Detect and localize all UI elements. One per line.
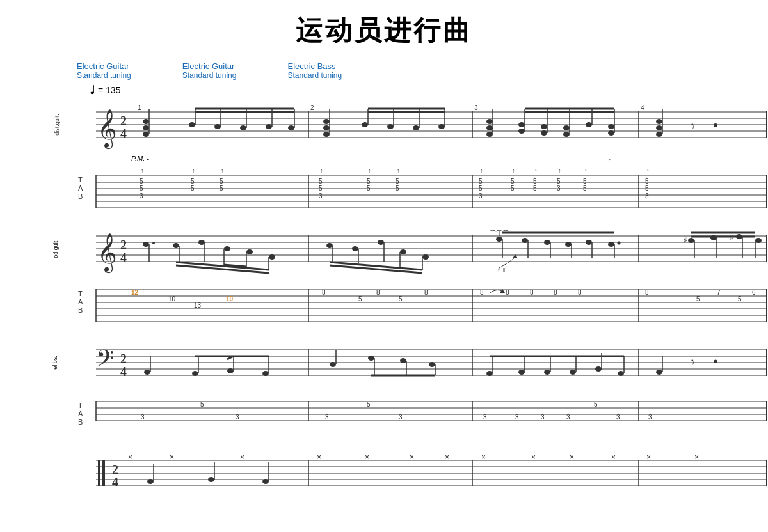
svg-point-260: [486, 371, 493, 376]
svg-point-241: [144, 370, 150, 375]
svg-text:5: 5: [645, 185, 649, 192]
svg-text:B: B: [78, 418, 83, 426]
svg-text:×: ×: [694, 453, 699, 462]
svg-text:5: 5: [399, 295, 403, 302]
svg-text:𝄢: 𝄢: [96, 346, 114, 377]
svg-text:↑: ↑: [558, 168, 561, 174]
svg-text:3: 3: [648, 414, 652, 421]
svg-text:B: B: [78, 306, 83, 314]
drum-section: 2 4 × × × × × ×: [38, 451, 730, 489]
pm-marking: P.M. -: [131, 155, 149, 162]
svg-point-160: [400, 249, 406, 254]
svg-point-257: [429, 362, 435, 367]
svg-text:5: 5: [479, 185, 483, 192]
instrument-2: Electric Guitar Standard tuning: [182, 61, 237, 80]
svg-text:5: 5: [645, 178, 649, 185]
svg-point-16: [143, 132, 149, 137]
svg-point-40: [413, 125, 419, 130]
svg-text:3: 3: [557, 185, 561, 192]
svg-point-34: [323, 119, 330, 124]
svg-point-56: [563, 132, 570, 137]
svg-point-33: [323, 125, 330, 130]
svg-point-17: [143, 125, 149, 130]
svg-text:5: 5: [533, 185, 537, 192]
svg-text:↑: ↑: [368, 168, 371, 174]
svg-text:↑: ↑: [221, 168, 224, 174]
svg-point-143: [198, 240, 205, 245]
svg-point-149: [269, 254, 275, 260]
svg-point-20: [189, 122, 195, 127]
svg-text:♯: ♯: [730, 233, 733, 242]
svg-point-162: [422, 254, 429, 260]
svg-point-59: [586, 122, 592, 127]
svg-point-38: [387, 124, 394, 129]
dist-guitar-section: dist.guit. 𝄞 2 4 1: [38, 102, 730, 217]
svg-text:A: A: [78, 298, 83, 306]
dist-guitar-staff: 𝄞 2 4 1 2 3 4: [77, 102, 768, 153]
svg-text:×: ×: [240, 453, 244, 462]
svg-text:3: 3: [399, 414, 403, 421]
dist-guitar-tab-svg: T A B ↑ 5 5 3: [77, 166, 768, 214]
svg-text:5: 5: [367, 185, 371, 192]
svg-point-66: [656, 132, 662, 137]
svg-point-270: [618, 371, 624, 376]
svg-text:4: 4: [641, 104, 644, 111]
svg-text:2: 2: [120, 114, 127, 128]
svg-text:12: 12: [131, 289, 139, 296]
od-guitar-staff: 𝄞 2 4: [77, 226, 768, 278]
od-guit-label: od.guit.: [52, 239, 59, 258]
svg-point-175: [565, 242, 572, 247]
svg-text:3: 3: [325, 414, 329, 421]
svg-point-253: [368, 356, 374, 361]
svg-text:8: 8: [376, 289, 380, 296]
svg-point-28: [288, 125, 294, 130]
svg-point-179: [608, 242, 614, 247]
svg-text:5: 5: [594, 401, 598, 408]
svg-text:2: 2: [120, 352, 127, 366]
svg-point-18: [143, 119, 149, 124]
svg-text:8: 8: [554, 289, 557, 296]
od-guitar-section: od.guit. 𝄞 2 4: [38, 226, 730, 331]
svg-text:5: 5: [367, 401, 371, 408]
svg-text:×: ×: [365, 453, 369, 462]
svg-text:5: 5: [533, 178, 537, 185]
svg-point-243: [192, 371, 198, 376]
svg-text:13: 13: [194, 302, 202, 309]
svg-point-245: [227, 368, 234, 373]
svg-point-316: [147, 479, 154, 484]
svg-point-48: [486, 119, 493, 124]
svg-text:A: A: [78, 410, 83, 418]
svg-text:×: ×: [410, 453, 414, 462]
el-bs-label: el.bs.: [52, 356, 58, 370]
svg-text:×: ×: [170, 453, 174, 462]
svg-text:5: 5: [396, 185, 399, 192]
svg-point-322: [262, 479, 269, 484]
instrument-3-name: Electric Bass: [287, 61, 342, 71]
svg-text:5: 5: [396, 178, 399, 185]
svg-point-255: [400, 358, 406, 363]
svg-text:5: 5: [358, 295, 362, 302]
svg-text:♯: ♯: [684, 236, 687, 245]
svg-point-138: [143, 242, 149, 247]
pm-line: [165, 160, 613, 160]
svg-text:5: 5: [200, 401, 204, 408]
svg-text:10: 10: [168, 295, 176, 302]
tempo-note-symbol: ♩: [90, 83, 95, 97]
bass-staff: 𝄢 2 4: [77, 340, 768, 391]
svg-text:3: 3: [474, 104, 478, 111]
svg-text:5: 5: [696, 295, 700, 302]
svg-text:8: 8: [530, 289, 534, 296]
svg-point-262: [518, 370, 525, 375]
svg-text:5: 5: [557, 178, 561, 185]
svg-point-46: [486, 132, 493, 137]
svg-text:B: B: [78, 192, 83, 200]
svg-text:↑: ↑: [397, 168, 400, 174]
svg-text:2: 2: [310, 104, 314, 111]
svg-point-47: [486, 125, 493, 130]
svg-point-141: [173, 243, 179, 248]
svg-text:2: 2: [120, 238, 127, 252]
svg-text:3: 3: [566, 414, 570, 421]
svg-text:3: 3: [645, 192, 649, 199]
od-guitar-tab-svg: T A B 12 10 13 10: [77, 280, 768, 328]
svg-text:×: ×: [646, 453, 651, 462]
